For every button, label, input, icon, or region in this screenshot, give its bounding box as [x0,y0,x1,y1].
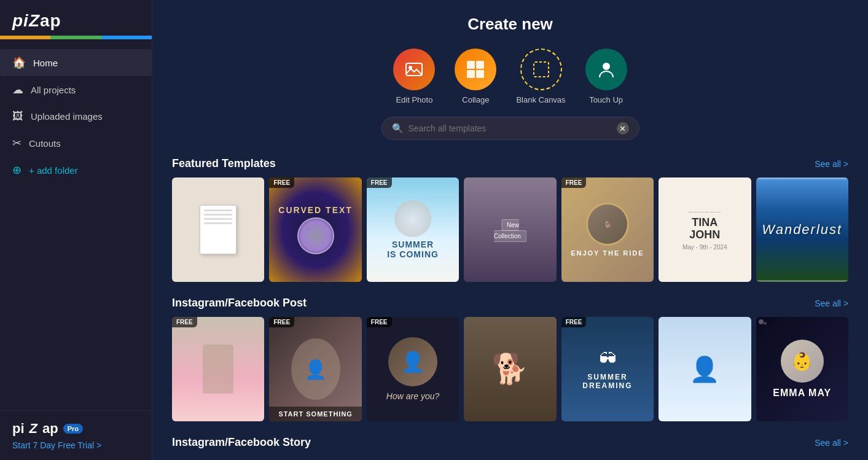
sidebar-item-cutouts[interactable]: ✂ Cutouts [0,130,152,157]
sidebar-item-home-label: Home [33,58,58,68]
app-logo: piZap [0,0,152,36]
svg-rect-6 [534,62,549,77]
how-are-you-text: How are you? [386,391,439,401]
add-folder-icon: ⊕ [12,163,22,177]
template-card-tina-john[interactable]: —————— TINAJOHN May - 9th - 2024 [659,177,751,282]
svg-rect-0 [406,63,422,76]
scissors-icon: ✂ [12,136,22,150]
footer-logo-zap: Z [29,421,37,437]
search-bar: 🔍 ✕ [381,117,639,140]
home-icon: 🏠 [12,56,26,69]
sidebar-nav: 🏠 Home ☁ All projects 🖼 Uploaded images … [0,44,152,410]
create-new-title: Create new [172,15,848,34]
summer-dreaming-text: SUMMER DREAMING [566,373,649,390]
template-card-how-are-you[interactable]: FREE 👤 How are you? [367,317,459,421]
template-card-notebook[interactable] [172,177,264,282]
free-badge-how-are-you: FREE [367,317,392,327]
instagram-post-row: FREE FREE 👤 START SOMETHING FREE [172,317,848,421]
free-badge-curved-text: FREE [269,177,294,188]
free-badge-summer: FREE [367,177,392,188]
add-folder-label: + add folder [29,165,78,176]
edit-photo-label: Edit Photo [396,95,432,104]
featured-templates-section: Featured Templates See all > FREE [172,157,848,282]
touch-up-button[interactable]: Touch Up [585,49,627,104]
logo-zap: Z [29,11,40,30]
sidebar-item-add-folder[interactable]: ⊕ + add folder [0,157,152,184]
template-card-winter-girl[interactable]: 👤 [659,317,751,421]
curved-text-label: CURVED TEXT [278,205,353,215]
template-card-wanderlust[interactable]: Wanderlust [756,177,848,282]
collage-button[interactable]: Collage [455,49,496,104]
svg-rect-3 [476,61,484,69]
instagram-story-header: Instagram/Facebook Story See all > [172,436,848,449]
pizap-pro-logo: piZap Pro [12,421,139,437]
logo-bar [0,36,152,39]
footer-logo-ap: ap [42,421,58,437]
trial-link[interactable]: Start 7 Day Free Trial > [12,440,139,450]
logo-pi: pi [12,11,29,30]
instagram-facebook-post-section: Instagram/Facebook Post See all > FREE F… [172,297,848,421]
template-card-curved-text[interactable]: FREE CURVED TEXT [269,177,361,282]
search-clear-button[interactable]: ✕ [617,122,629,134]
edit-photo-button[interactable]: Edit Photo [393,49,435,104]
collage-label: Collage [462,95,489,104]
template-card-dog[interactable]: 🐕 [464,317,556,421]
free-badge-enjoy: FREE [561,177,587,188]
featured-templates-title: Featured Templates [172,157,276,170]
footer-logo-pi: pi [12,421,25,437]
logo-bar-orange [0,36,50,39]
sidebar-item-uploaded-images-label: Uploaded images [31,111,103,122]
template-card-start-something[interactable]: FREE 👤 START SOMETHING [269,317,361,421]
edit-photo-icon [393,49,435,90]
enjoy-ride-circle: 🐕 [586,203,629,246]
start-something-label: START SOMETHING [269,407,361,421]
wanderlust-text: Wanderlust [762,222,842,238]
blank-canvas-icon [520,49,562,90]
svg-rect-4 [467,70,475,78]
tina-john-date: May - 9th - 2024 [682,244,727,251]
sidebar-item-uploaded-images[interactable]: 🖼 Uploaded images [0,103,152,130]
free-badge-summer-dreaming: FREE [561,317,587,327]
template-card-emma-may[interactable]: 👶 EMMA MAY [756,317,848,421]
image-icon: 🖼 [12,110,23,123]
instagram-story-section: Instagram/Facebook Story See all > [172,436,848,449]
enjoy-text: ENJOY THE RIDE [571,249,644,257]
instagram-post-see-all[interactable]: See all > [815,298,848,308]
search-input[interactable] [409,123,612,133]
main-content: Create new Edit Photo Collage Blank Canv… [152,0,868,460]
featured-templates-header: Featured Templates See all > [172,157,848,170]
tina-john-name: TINAJOHN [689,217,720,241]
instagram-post-header: Instagram/Facebook Post See all > [172,297,848,310]
cloud-icon: ☁ [12,83,23,96]
new-collection-badge: New Collection [494,219,526,242]
svg-rect-5 [476,70,484,78]
sidebar: piZap 🏠 Home ☁ All projects 🖼 Uploaded i… [0,0,152,460]
template-card-new-collection[interactable]: New Collection [464,177,556,282]
featured-templates-row: FREE CURVED TEXT FREE SUMMERIS COMING Ne… [172,177,848,282]
mandala-icon [297,217,334,254]
sidebar-item-home[interactable]: 🏠 Home [0,49,152,76]
search-icon: 🔍 [392,123,404,134]
template-card-summer-dreaming[interactable]: FREE 🕶 SUMMER DREAMING [561,317,654,421]
sidebar-item-cutouts-label: Cutouts [29,138,61,149]
create-new-section: Create new Edit Photo Collage Blank Canv… [172,15,848,140]
template-card-summer-coming[interactable]: FREE SUMMERIS COMING [367,177,459,282]
touch-up-icon [585,49,627,90]
create-buttons: Edit Photo Collage Blank Canvas Touch Up [172,49,848,104]
featured-templates-see-all[interactable]: See all > [815,159,848,169]
sidebar-item-all-projects[interactable]: ☁ All projects [0,76,152,103]
blank-canvas-button[interactable]: Blank Canvas [516,49,565,104]
svg-point-7 [603,63,610,70]
blank-canvas-label: Blank Canvas [516,95,565,104]
logo-ap: ap [40,11,61,30]
touch-up-label: Touch Up [589,95,623,104]
template-card-girl-pink[interactable]: FREE [172,317,264,421]
instagram-story-see-all[interactable]: See all > [815,438,848,448]
instagram-story-title: Instagram/Facebook Story [172,436,311,449]
template-card-enjoy-ride[interactable]: FREE 🐕 ENJOY THE RIDE [561,177,654,282]
svg-rect-2 [467,61,475,69]
logo-bar-blue [101,36,152,39]
sidebar-item-all-projects-label: All projects [31,85,76,95]
free-badge-girl-pink: FREE [172,317,197,327]
instagram-post-title: Instagram/Facebook Post [172,297,307,310]
